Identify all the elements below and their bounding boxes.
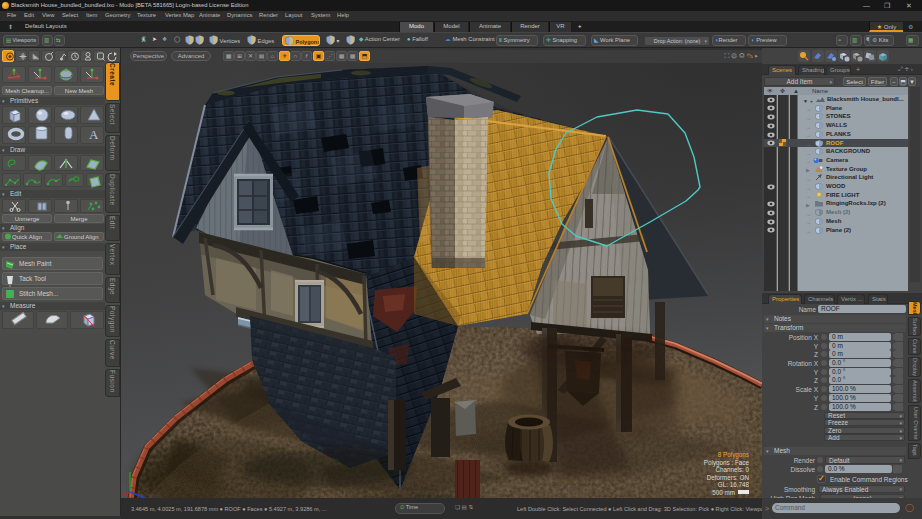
svg-text:Deformers: ON: Deformers: ON (707, 474, 750, 481)
svg-text:GL: 16,748: GL: 16,748 (718, 481, 750, 488)
svg-text:500 mm: 500 mm (712, 489, 735, 496)
svg-text:Channels: 0: Channels: 0 (715, 466, 749, 473)
svg-text:A: A (89, 127, 99, 142)
